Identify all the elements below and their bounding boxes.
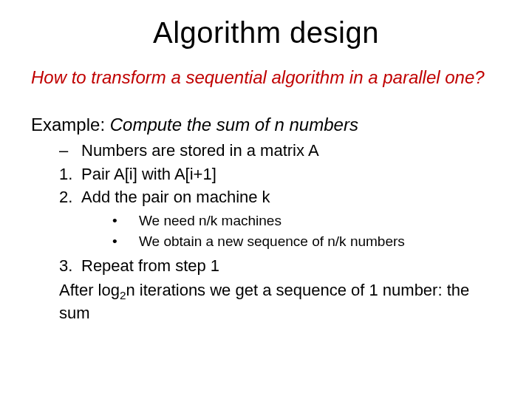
list-item: 1. Pair A[i] with A[i+1] bbox=[59, 163, 501, 185]
example-line: Example: Compute the sum of n numbers bbox=[31, 115, 501, 135]
number-marker: 3. bbox=[59, 255, 81, 278]
subscript: 2 bbox=[120, 290, 126, 302]
number-marker: 2. bbox=[59, 186, 81, 208]
example-label: Example: bbox=[31, 115, 110, 134]
dash-marker: – bbox=[59, 140, 81, 162]
closing-block: 3. Repeat from step 1 After log2n iterat… bbox=[59, 255, 501, 324]
item-text: Add the pair on machine k bbox=[81, 186, 270, 208]
bullet-marker: • bbox=[112, 211, 139, 231]
level1-list: – Numbers are stored in a matrix A 1. Pa… bbox=[59, 140, 501, 208]
slide-title: Algorithm design bbox=[31, 16, 501, 50]
after-part-a: After log bbox=[59, 281, 120, 299]
example-desc: Compute the sum of n numbers bbox=[110, 115, 358, 134]
item-text: Repeat from step 1 bbox=[81, 255, 219, 278]
list-item: • We obtain a new sequence of n/k number… bbox=[112, 232, 501, 251]
item-text: We obtain a new sequence of n/k numbers bbox=[139, 232, 405, 251]
number-marker: 1. bbox=[59, 163, 81, 185]
item-text: We need n/k machines bbox=[139, 211, 282, 231]
after-text: After log2n iterations we get a sequence… bbox=[59, 279, 501, 325]
bullet-marker: • bbox=[112, 232, 139, 251]
list-item: 2. Add the pair on machine k bbox=[59, 186, 501, 208]
item-text: Pair A[i] with A[i+1] bbox=[81, 163, 216, 185]
item-text: Numbers are stored in a matrix A bbox=[81, 140, 319, 162]
level2-list: • We need n/k machines • We obtain a new… bbox=[112, 211, 501, 250]
list-item: • We need n/k machines bbox=[112, 211, 501, 231]
list-item: – Numbers are stored in a matrix A bbox=[59, 140, 501, 162]
question-text: How to transform a sequential algorithm … bbox=[31, 67, 501, 88]
list-item: 3. Repeat from step 1 bbox=[59, 255, 501, 278]
slide: Algorithm design How to transform a sequ… bbox=[0, 0, 532, 399]
